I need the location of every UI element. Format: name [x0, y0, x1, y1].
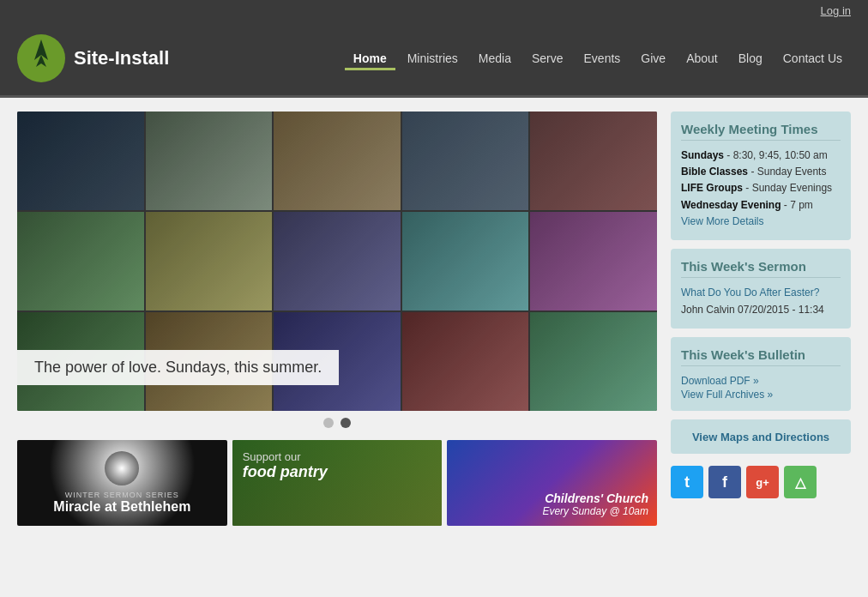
photo-cell — [402, 312, 529, 411]
childrens-church-card[interactable]: Childrens' Church Every Sunday @ 10am — [447, 440, 657, 526]
photo-cell — [274, 112, 401, 210]
photo-cell — [530, 312, 657, 411]
twitter-icon[interactable]: t — [671, 466, 703, 498]
church-time: Every Sunday @ 10am — [542, 505, 648, 517]
slide-caption: The power of love. Sundays, this summer. — [17, 350, 339, 385]
slideshow: The power of love. Sundays, this summer. — [17, 112, 657, 411]
photo-cell — [402, 212, 529, 311]
photo-cell — [274, 212, 401, 311]
maps-link[interactable]: View Maps and Directions — [692, 431, 829, 443]
photo-cell — [146, 112, 273, 210]
photo-cell — [530, 112, 657, 210]
support-label: Support our — [243, 450, 328, 463]
photo-cell — [17, 212, 144, 311]
slide-dots — [17, 411, 657, 435]
maps-box: View Maps and Directions — [671, 419, 851, 454]
church-label: Childrens' Church — [542, 491, 648, 505]
slide-dot-2[interactable] — [341, 418, 351, 428]
sermon-card[interactable]: WINTER SERMON SERIES Miracle at Bethlehe… — [17, 440, 227, 526]
bulletin-box: This Week's Bulletin Download PDF » View… — [671, 337, 851, 411]
main-content: The power of love. Sundays, this summer.… — [0, 98, 868, 540]
weekly-title: Weekly Meeting Times — [681, 122, 841, 141]
food-pantry-label: food pantry — [243, 463, 328, 481]
weekly-box: Weekly Meeting Times Sundays - 8:30, 9:4… — [671, 112, 851, 240]
photo-cell — [530, 212, 657, 311]
sermon-box-title: This Week's Sermon — [681, 259, 841, 278]
nav-events[interactable]: Events — [576, 46, 630, 70]
view-more-details-link[interactable]: View More Details — [681, 215, 763, 227]
slide-dot-1[interactable] — [323, 418, 334, 428]
logo-icon — [17, 34, 65, 82]
center-area: The power of love. Sundays, this summer.… — [17, 112, 657, 526]
nav-ministries[interactable]: Ministries — [399, 46, 467, 70]
facebook-letter: f — [722, 473, 727, 491]
nav-give[interactable]: Give — [632, 46, 674, 70]
gplus-icon[interactable]: g+ — [746, 466, 779, 498]
share-symbol: △ — [795, 474, 805, 491]
sermon-card-inner: WINTER SERMON SERIES Miracle at Bethlehe… — [17, 440, 227, 526]
top-bar: Log in — [0, 0, 868, 21]
caption-text: The power of love. Sundays, this summer. — [34, 359, 322, 376]
main-nav: Home Ministries Media Serve Events Give … — [345, 46, 851, 70]
childrens-text: Childrens' Church Every Sunday @ 10am — [542, 491, 648, 517]
bottom-cards: WINTER SERMON SERIES Miracle at Bethlehe… — [17, 440, 657, 526]
photo-cell — [17, 112, 144, 210]
header: Site-Install Home Ministries Media Serve… — [0, 21, 868, 98]
nav-serve[interactable]: Serve — [523, 46, 572, 70]
sermon-title-label: Miracle at Bethlehem — [53, 499, 190, 515]
food-pantry-card[interactable]: Support our food pantry — [232, 440, 443, 526]
nav-media[interactable]: Media — [470, 46, 520, 70]
sermon-link[interactable]: What Do You Do After Easter? — [681, 286, 819, 298]
share-icon[interactable]: △ — [784, 466, 817, 498]
logo: Site-Install — [17, 34, 169, 82]
login-link[interactable]: Log in — [821, 4, 851, 17]
sidebar: Weekly Meeting Times Sundays - 8:30, 9:4… — [671, 112, 851, 526]
gplus-letter: g+ — [756, 476, 769, 489]
food-pantry-text: Support our food pantry — [243, 450, 328, 481]
download-pdf-link[interactable]: Download PDF » — [681, 375, 759, 387]
food-pantry-inner: Support our food pantry — [232, 440, 443, 526]
sermon-series-label: WINTER SERMON SERIES — [65, 491, 179, 499]
social-icons: t f g+ △ — [671, 466, 851, 498]
photo-cell — [146, 212, 273, 311]
sermon-author: John Calvin 07/20/2015 - 11:34 — [681, 302, 841, 318]
facebook-icon[interactable]: f — [708, 466, 741, 498]
nav-about[interactable]: About — [678, 46, 726, 70]
childrens-inner: Childrens' Church Every Sunday @ 10am — [447, 440, 657, 526]
logo-text: Site-Install — [74, 47, 169, 69]
twitter-letter: t — [684, 473, 690, 491]
view-archives-link[interactable]: View Full Archives » — [681, 389, 773, 401]
sermon-box: This Week's Sermon What Do You Do After … — [671, 249, 851, 329]
photo-cell — [402, 112, 529, 210]
nav-blog[interactable]: Blog — [730, 46, 771, 70]
weekly-details: Sundays - 8:30, 9:45, 10:50 am Bible Cla… — [681, 148, 841, 230]
nav-home[interactable]: Home — [345, 46, 395, 70]
nav-contact[interactable]: Contact Us — [775, 46, 851, 70]
bulletin-title: This Week's Bulletin — [681, 347, 841, 366]
